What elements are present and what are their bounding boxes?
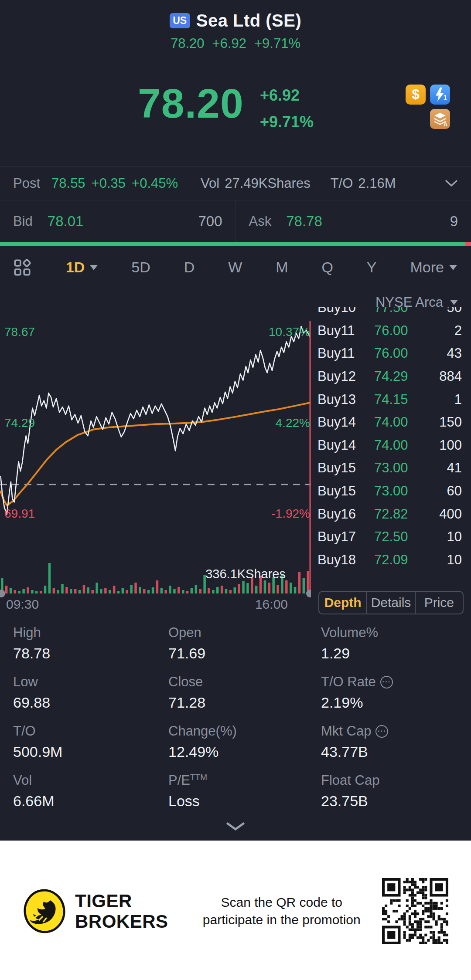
- orderbook-level: Buy14: [317, 414, 374, 430]
- chevron-down-icon: [90, 265, 98, 270]
- stat-change-pct: Change(%)12.49%: [168, 723, 321, 773]
- orderbook-row[interactable]: Buy1872.0910: [317, 549, 464, 572]
- pct-label-low: -1.92%: [271, 507, 310, 520]
- post-turnover: T/O 2.16M: [331, 176, 396, 191]
- stat-label: P/ETTM: [168, 773, 321, 788]
- stat-turnover: T/O500.9M: [13, 723, 168, 773]
- orderbook-qty: 150: [439, 414, 464, 430]
- tab-details[interactable]: Details: [367, 592, 415, 614]
- post-volume: Vol 27.49KShares: [201, 176, 311, 191]
- dollar-currency-icon[interactable]: $: [406, 85, 426, 105]
- orderbook-row[interactable]: Buy1176.002: [317, 319, 464, 342]
- orderbook-row[interactable]: Buy1772.5010: [317, 526, 464, 549]
- stat-label-text: T/O Rate: [321, 674, 376, 690]
- bidask-ratio-red: [465, 242, 471, 246]
- tab-year[interactable]: Y: [367, 259, 377, 276]
- stat-mkt-cap: Mkt Cap 43.77B: [321, 723, 458, 773]
- orderbook-level: Buy11: [317, 346, 374, 361]
- orderbook-qty: 10: [447, 529, 464, 545]
- chart-plot-layer: [0, 321, 311, 597]
- ask-size: 9: [450, 213, 458, 230]
- tab-day-label: D: [184, 259, 195, 276]
- stat-float-cap: Float Cap23.75B: [321, 773, 458, 822]
- tab-price[interactable]: Price: [416, 592, 463, 614]
- stat-label: T/O Rate: [321, 674, 458, 690]
- chart-layout-icon[interactable]: [12, 258, 32, 278]
- ask-panel[interactable]: Ask 78.78 9: [236, 200, 471, 242]
- qr-code: [382, 878, 448, 944]
- orderbook-row[interactable]: Buy1573.0041: [317, 457, 464, 480]
- tab-day[interactable]: D: [184, 259, 195, 276]
- orderbook-price: 72.50: [374, 529, 408, 545]
- post-to-label: T/O: [331, 176, 353, 191]
- header: US Sea Ltd (SE) 78.20 +6.92 +9.71%: [0, 0, 471, 51]
- tab-depth[interactable]: Depth: [319, 592, 367, 614]
- flash-order-icon[interactable]: 1: [430, 85, 450, 105]
- tab-more[interactable]: More: [410, 259, 457, 276]
- stats-grid: High78.78 Open71.69 Volume%1.29 Low69.88…: [0, 621, 471, 822]
- orderbook-qty: 1: [454, 392, 464, 407]
- orderbook-row[interactable]: Buy1374.151: [317, 388, 464, 411]
- stat-volume-pct: Volume%1.29: [321, 625, 458, 674]
- stat-value: 1.29: [321, 645, 458, 662]
- expand-stats-button[interactable]: [0, 822, 471, 841]
- bid-panel[interactable]: Bid 78.01 700: [0, 200, 236, 242]
- bidask-ratio-bar: [0, 242, 471, 246]
- time-label-close: 16:00: [255, 597, 288, 611]
- last-price: 78.20: [138, 83, 244, 124]
- orderbook-row[interactable]: Buy1077.5050: [317, 307, 464, 319]
- bidask-ratio-green: [0, 242, 465, 246]
- orderbook-row[interactable]: Buy1672.82400: [317, 502, 464, 526]
- orderbook-level: Buy15: [317, 483, 374, 499]
- post-market-row[interactable]: Post 78.55 +0.35 +0.45% Vol 27.49KShares…: [0, 166, 471, 200]
- orderbook-row[interactable]: Buy1176.0043: [317, 342, 464, 365]
- tab-quarter[interactable]: Q: [321, 259, 333, 276]
- stat-label: Low: [13, 674, 168, 690]
- stat-label: Vol: [13, 773, 168, 788]
- info-icon[interactable]: [375, 725, 388, 738]
- ask-price: 78.78: [286, 213, 322, 230]
- quote-section: 78.20 +6.92 +9.71% $ 1 A: [0, 51, 471, 166]
- stat-value: 23.75B: [321, 793, 458, 810]
- stat-close: Close71.28: [168, 674, 321, 723]
- orderbook-row[interactable]: Buy1274.29884: [317, 365, 464, 388]
- header-quote-summary: 78.20 +6.92 +9.71%: [0, 36, 471, 51]
- orderbook-price: 73.00: [374, 460, 408, 476]
- tab-1d-label: 1D: [66, 259, 85, 276]
- orderbook-level: Buy12: [317, 369, 374, 384]
- tab-month[interactable]: M: [276, 259, 288, 276]
- us-flag-badge: US: [170, 13, 190, 28]
- orderbook-level: Buy13: [317, 392, 374, 407]
- stat-high: High78.78: [13, 625, 168, 674]
- tiger-logo: [23, 888, 66, 934]
- stat-to-rate: T/O Rate 2.19%: [321, 674, 458, 723]
- tab-5d-label: 5D: [131, 259, 150, 276]
- time-label-open: 09:30: [6, 597, 39, 611]
- chevron-down-icon[interactable]: [445, 180, 458, 187]
- orderbook-qty: 100: [439, 437, 464, 453]
- info-icon[interactable]: [380, 676, 393, 688]
- stat-label: Volume%: [321, 625, 458, 641]
- orderbook-row[interactable]: Buy1573.0060: [317, 480, 464, 503]
- orderbook-row[interactable]: Buy1474.00150: [317, 411, 464, 434]
- orderbook-qty: 400: [439, 506, 464, 522]
- orderbook-qty: 884: [439, 369, 464, 384]
- stat-label-text: Mkt Cap: [321, 723, 371, 739]
- brand-line2: BROKERS: [75, 911, 168, 932]
- chevron-down-icon: [450, 300, 458, 305]
- tab-5d[interactable]: 5D: [131, 259, 150, 276]
- post-change: +0.35: [92, 176, 126, 191]
- intraday-chart[interactable]: 78.67 10.37% 74.29 4.22% 69.91 -1.92% 33…: [0, 307, 311, 612]
- orderbook-row[interactable]: Buy1474.00100: [317, 434, 464, 457]
- stat-value: 12.49%: [168, 743, 321, 760]
- orderbook-qty: 50: [447, 307, 464, 315]
- stat-pe: P/ETTM Loss: [168, 773, 321, 822]
- orderbook-level: Buy14: [317, 437, 374, 453]
- stat-label: Mkt Cap: [321, 723, 458, 739]
- tab-1d[interactable]: 1D: [66, 259, 98, 276]
- bid-size: 700: [198, 213, 222, 230]
- depth-quote-icon[interactable]: A: [430, 109, 450, 129]
- post-vol-label: Vol: [201, 176, 219, 191]
- bid-price: 78.01: [48, 213, 84, 230]
- tab-week[interactable]: W: [228, 259, 242, 276]
